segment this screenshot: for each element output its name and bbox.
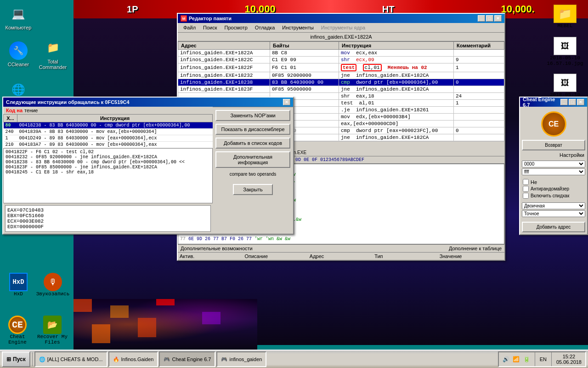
tray-date: 05.06.2018 — [556, 359, 582, 365]
ce-checkboxes: Не Антирандомайзер Включить спидхак — [520, 178, 587, 201]
taskbar-item-infinos[interactable]: 🔥 Infinos.Gaiden — [108, 351, 158, 367]
taskbar-item-ce[interactable]: 🎮 Cheat Engine 6.7 — [159, 351, 215, 367]
tray-icons: 🔊 📶 🔋 — [503, 356, 530, 363]
cheat-engine-desktop-icon: CE — [8, 316, 27, 334]
more-info-button[interactable]: Дополнительная информация — [215, 151, 290, 168]
reg-edx: EDX=0000000F — [7, 224, 209, 230]
menu-kernel-tools[interactable]: Инструменты ядра — [317, 24, 369, 31]
desktop-icon-cheat-engine[interactable]: CE Cheat Engine — [1, 316, 34, 345]
row-bytes: 0F85 95000000 — [270, 86, 339, 93]
col-value: Значение — [440, 253, 503, 259]
ce-controls-area: 0000 ffff — [522, 161, 585, 176]
instr-id: 1 — [4, 135, 17, 142]
ce-minimize[interactable]: _ — [560, 99, 568, 105]
replace-nop-button[interactable]: Заменить NOP'ами — [215, 110, 290, 121]
instr-content: 0041839A - 8B 83 64030000 - mov eax,[ebx… — [17, 129, 213, 135]
menu-search[interactable]: Поиск — [199, 24, 220, 31]
row-instr: cmp dword ptr [ebx+00000364],00 — [339, 79, 454, 86]
desktop-icon-recover[interactable]: 📂 Recover My Files — [34, 316, 71, 345]
desktop-file-1[interactable]: 🖼 2018-05-10 16.57.10.jpg — [547, 37, 583, 66]
add-to-list-button[interactable]: Добавить в список кодов — [215, 138, 290, 149]
desktop-icon-computer[interactable]: 💻 Компьютер — [2, 5, 34, 30]
add-address-button[interactable]: Добавить адрес — [522, 222, 585, 232]
table-row[interactable]: infinos_gaiden.EXE+1823F 0F85 95000000 j… — [178, 86, 504, 93]
row-bytes: 83 BB 64030000 00 — [270, 79, 339, 86]
row-instr: mov edx,[ebx+000003B4] — [339, 114, 454, 121]
row-bytes: 8B C8 — [270, 50, 339, 57]
menu-debug[interactable]: Отладка — [251, 24, 278, 31]
ne-checkbox[interactable] — [523, 179, 529, 185]
game-taskbar-label: infinos_gaiden — [229, 356, 262, 362]
col-type: Тип — [374, 253, 437, 259]
speedhack-checkbox[interactable] — [523, 193, 529, 199]
menu-file[interactable]: Файл — [180, 24, 199, 31]
taskbar-item-cheats[interactable]: 🌐 [ALL] CHEATS & MOD... — [34, 351, 107, 367]
code-area[interactable]: 0041822F - F6 C1 02 - test cl,02 0041823… — [3, 148, 213, 203]
ce-select-2[interactable]: ffff — [522, 168, 585, 175]
antirandom-checkbox[interactable] — [523, 186, 529, 192]
desktop-icon-zvuk[interactable]: 🎙 Звукозапись — [34, 273, 71, 297]
minimize-button[interactable]: _ — [478, 15, 485, 22]
show-disasm-button[interactable]: Показать в дисассемблере — [215, 124, 290, 135]
back-button[interactable]: Возврат — [522, 140, 585, 150]
network-icon: 🌐 — [9, 80, 28, 99]
instr-row[interactable]: 80 00418238 - 83 BB 64030000 00 - cmp dw… — [4, 122, 213, 129]
menu-view[interactable]: Просмотр — [221, 24, 251, 31]
ce-maximize[interactable]: □ — [569, 99, 576, 105]
instr-window-body: Код на тение X... Инструкция 80 00 — [3, 107, 293, 234]
instr-window-controls: ✕ — [283, 99, 290, 105]
row-instr: .je infinos_gaiden.EXE+18261 — [339, 107, 454, 114]
table-row[interactable]: infinos_gaiden.EXE+1822C C1 E9 09 shr ec… — [178, 57, 504, 63]
desktop: 1P 10,000 НТ 10,000. 💻 Компьютер 🔧 CClea… — [0, 0, 588, 368]
start-button[interactable]: ⊞ Пуск — [2, 351, 30, 367]
computer-label: Компьютер — [2, 25, 34, 30]
table-row[interactable]: infinos_gaiden.EXE+18238 83 BB 64030000 … — [178, 79, 504, 86]
instr-close-button[interactable]: ✕ — [283, 99, 290, 105]
ce-select-3[interactable]: Двоичная — [522, 202, 585, 209]
taskbar-item-game[interactable]: 🎮 infinos_gaiden — [216, 351, 266, 367]
instr-row[interactable]: 210 004183A7 - 89 83 64030000 - mov [ebx… — [4, 142, 213, 148]
change-label: тение — [24, 108, 38, 113]
speedhack-label: Включить спидхак — [531, 193, 569, 198]
memory-editor-titlebar[interactable]: M Редактор памяти _ □ ✕ — [178, 14, 504, 23]
tray-separator-2 — [551, 352, 552, 366]
code-label: Код на — [6, 108, 23, 113]
menubar: Файл Поиск Просмотр Отладка Инструменты … — [178, 23, 504, 33]
instr-row[interactable]: 240 0041839A - 8B 83 64030000 - mov eax,… — [4, 129, 213, 135]
mebel-label: MEBEL — [547, 23, 583, 29]
close-button[interactable]: Закрыть — [233, 184, 272, 195]
desktop-icon-hxd[interactable]: HxD HxD — [2, 273, 34, 297]
code-label-bar: Код на тение — [3, 107, 213, 114]
back-btn-container: Возврат — [520, 139, 587, 151]
code-line: 0041823F - 0F85 85000000 - jne infinos_g… — [6, 165, 210, 170]
ccleaner-label: CCleaner — [2, 62, 34, 67]
instr-row[interactable]: 1 0041D249 - 89 88 64030000 - mov [eax+0… — [4, 135, 213, 142]
row-comment: 9 — [454, 57, 504, 63]
add-features-bar: Дополнительные возможности Дополнение к … — [178, 244, 504, 252]
menu-tools[interactable]: Инструменты — [278, 24, 317, 31]
table-row[interactable]: infinos_gaiden.EXE+18232 0F85 92000000 j… — [178, 72, 504, 79]
ce-close[interactable]: ✕ — [577, 99, 584, 105]
row-instr: jne infinos_gaiden.EXE+182CA — [339, 72, 454, 79]
row-instr: cmp dword ptr [eax+000023FC],00 — [339, 127, 454, 134]
desktop-icon-mebel[interactable]: 📁 MEBEL — [547, 5, 583, 29]
ce-select-1[interactable]: 0000 — [522, 161, 585, 167]
instr-id: 210 — [4, 142, 17, 148]
table-row[interactable]: infinos_gaiden.EXE+1822F F6 C1 01 test c… — [178, 63, 504, 72]
row-bytes: C1 E9 09 — [270, 57, 339, 63]
recover-files-label: Recover My Files — [34, 334, 71, 345]
ce-titlebar[interactable]: Cheat Engine 6.7 _ □ ✕ — [520, 98, 587, 107]
desktop-icon-total-commander[interactable]: 📁 Total Commander — [34, 39, 71, 70]
table-row[interactable]: infinos_gaiden.EXE+1822A 8B C8 mov ecx,e… — [178, 50, 504, 57]
desktop-icon-ccleaner[interactable]: 🔧 CCleaner — [2, 41, 34, 67]
row-bytes: F6 C1 01 — [270, 63, 339, 72]
code-line: 00418245 - C1 E8 18 - shr eax,18 — [6, 170, 210, 175]
maximize-button[interactable]: □ — [486, 15, 493, 22]
ce-select-4[interactable]: Точное — [522, 210, 585, 217]
col-address: Адрес — [178, 42, 270, 50]
total-commander-icon: 📁 — [44, 39, 62, 57]
close-button[interactable]: ✕ — [494, 15, 502, 22]
row-comment: 0 — [454, 79, 504, 86]
memory-editor-title-text: M Редактор памяти — [181, 15, 232, 22]
instr-window-titlebar[interactable]: Следующие инструкции обращались к 0FC519… — [3, 98, 293, 107]
